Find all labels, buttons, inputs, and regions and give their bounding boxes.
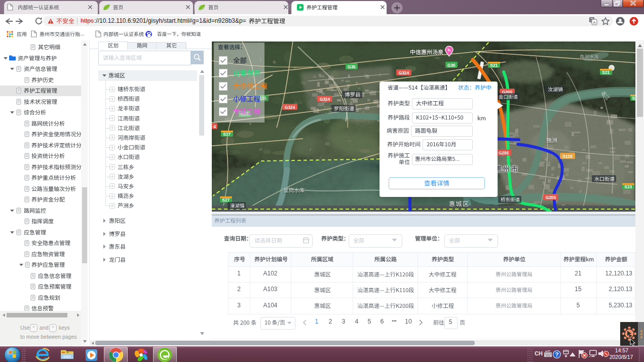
svg-text:S21: S21: [490, 63, 498, 68]
svg-text:G324: G324: [285, 105, 295, 110]
svg-text:?: ?: [555, 351, 559, 357]
svg-text:4: 4: [214, 124, 216, 129]
svg-text:G205: G205: [499, 150, 509, 155]
svg-text:S27: S27: [222, 197, 230, 203]
svg-text:S27: S27: [223, 132, 231, 137]
svg-text:G35: G35: [447, 63, 456, 68]
svg-text:S23: S23: [625, 184, 632, 189]
svg-text:G324: G324: [320, 97, 330, 102]
svg-text:A: A: [593, 20, 596, 25]
svg-text:,: ,: [33, 328, 34, 332]
svg-text:G205: G205: [546, 195, 556, 200]
svg-text:G35: G35: [348, 64, 356, 69]
svg-text:G324: G324: [399, 70, 409, 75]
svg-text:S21: S21: [602, 70, 610, 75]
svg-text:.: .: [52, 328, 53, 332]
svg-text:S120: S120: [562, 154, 573, 159]
